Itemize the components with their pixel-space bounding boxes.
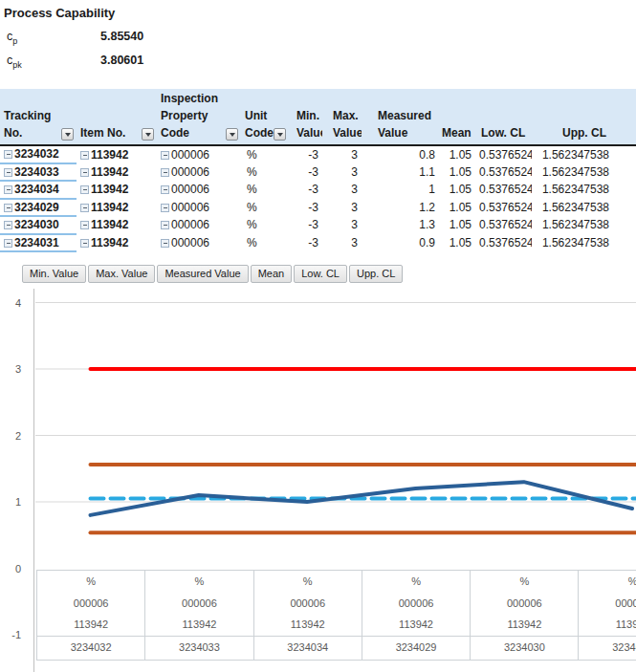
collapse-minus-icon[interactable]	[4, 150, 12, 159]
x-axis-category-column: %0000061139423234034	[254, 571, 362, 660]
collapse-minus-icon[interactable]	[161, 221, 169, 229]
x-label-tracking-no: 3234033	[145, 636, 252, 660]
col-header-upp-cl: Upp. CL	[532, 89, 636, 145]
x-label-property-code: 000006	[145, 593, 252, 614]
collapse-minus-icon[interactable]	[80, 221, 89, 229]
process-capability-chart: 43210-1%0000061139423234032%000006113942…	[0, 287, 636, 672]
x-label-tracking-no: 3234034	[254, 636, 362, 660]
cell-measured-value: 0.9	[362, 234, 439, 252]
cell-item-no: 113942	[77, 234, 157, 252]
collapse-minus-icon[interactable]	[80, 239, 89, 248]
table-row: 3234032113942000006%-330.81.050.53765246…	[0, 145, 636, 163]
cpk-value: 3.80601	[100, 54, 143, 67]
collapse-minus-icon[interactable]	[161, 239, 169, 248]
cell-measured-value: 1.3	[362, 216, 439, 234]
cell-inspection-property-code: 000006	[157, 163, 241, 182]
col-header-tracking-no: Tracking No.	[0, 89, 77, 145]
filter-dropdown-icon[interactable]	[226, 128, 238, 141]
col-header-max-value: Max. Value	[322, 89, 362, 145]
col-header-mean: Mean	[439, 89, 475, 145]
cell-upp-cl: 1.562347538	[532, 145, 636, 163]
y-axis-tick-label: 2	[0, 429, 21, 443]
cell-upp-cl: 1.562347538	[532, 216, 636, 234]
y-axis-tick-label: -1	[0, 628, 21, 641]
cell-low-cl: 0.537652462	[475, 199, 532, 217]
x-label-unit-code: %	[254, 571, 362, 593]
table-body: 3234032113942000006%-330.81.050.53765246…	[0, 145, 636, 251]
filter-dropdown-icon[interactable]	[142, 128, 154, 141]
x-label-unit-code: %	[37, 571, 144, 593]
y-axis-tick-label: 0	[0, 562, 21, 575]
x-label-item-no: 113942	[362, 614, 470, 636]
cell-max-value: 3	[322, 181, 362, 199]
collapse-minus-icon[interactable]	[161, 151, 169, 160]
cell-upp-cl: 1.562347538	[532, 234, 636, 252]
measurements-table: Tracking No. Item No. Inspection Propert…	[0, 89, 636, 252]
x-axis-category-column: %0000061139423234030	[471, 571, 579, 660]
cell-inspection-property-code: 000006	[157, 145, 241, 163]
x-label-item-no: 113942	[579, 614, 636, 636]
cell-upp-cl: 1.562347538	[532, 163, 636, 182]
col-header-low-cl: Low. CL	[475, 89, 532, 145]
collapse-minus-icon[interactable]	[4, 185, 12, 194]
col-header-inspection-property-code: Inspection Property Code	[157, 89, 241, 145]
cell-mean: 1.05	[439, 199, 475, 217]
cell-min-value: -3	[289, 181, 322, 199]
cell-item-no: 113942	[77, 216, 157, 234]
legend-button-upp-cl[interactable]: Upp. CL	[349, 265, 403, 283]
col-header-item-no: Item No.	[77, 89, 157, 145]
table-row: 3234034113942000006%-3311.050.5376524621…	[0, 181, 636, 199]
cell-max-value: 3	[322, 216, 362, 234]
cpk-label: cpk	[4, 54, 100, 70]
cell-min-value: -3	[289, 199, 322, 217]
cell-upp-cl: 1.562347538	[532, 181, 636, 199]
filter-dropdown-icon[interactable]	[274, 128, 286, 141]
filter-dropdown-icon[interactable]	[61, 128, 74, 141]
cell-unit-code: %	[241, 216, 289, 234]
cp-metric-row: cp5.85540	[4, 30, 636, 49]
cell-mean: 1.05	[439, 234, 475, 252]
collapse-minus-icon[interactable]	[4, 239, 12, 248]
cell-unit-code: %	[241, 181, 289, 199]
cell-min-value: -3	[289, 234, 322, 252]
collapse-minus-icon[interactable]	[80, 151, 89, 160]
cell-inspection-property-code: 000006	[157, 181, 241, 199]
chart-series-toggle-bar: Min. ValueMax. ValueMeasured ValueMeanLo…	[22, 264, 405, 283]
legend-button-mean[interactable]: Mean	[251, 265, 293, 283]
x-label-unit-code: %	[362, 571, 470, 593]
col-header-unit-code: Unit Code	[241, 89, 289, 145]
x-label-unit-code: %	[471, 571, 578, 593]
table-row: 3234033113942000006%-331.11.050.53765246…	[0, 163, 636, 182]
cell-unit-code: %	[241, 234, 289, 252]
report-header: Process Capability cp5.85540 cpk3.80601	[0, 0, 636, 89]
collapse-minus-icon[interactable]	[80, 185, 89, 194]
cp-value: 5.85540	[100, 30, 143, 43]
cell-measured-value: 1	[362, 181, 439, 199]
cell-inspection-property-code: 000006	[157, 199, 241, 217]
collapse-minus-icon[interactable]	[161, 204, 169, 212]
cell-measured-value: 1.1	[362, 163, 439, 182]
cell-mean: 1.05	[439, 163, 475, 182]
collapse-minus-icon[interactable]	[161, 185, 169, 194]
collapse-minus-icon[interactable]	[4, 221, 12, 229]
collapse-minus-icon[interactable]	[4, 168, 12, 177]
collapse-minus-icon[interactable]	[80, 204, 89, 212]
legend-button-max-value[interactable]: Max. Value	[88, 265, 155, 283]
cell-tracking-no: 3234033	[0, 163, 77, 182]
legend-button-min-value[interactable]: Min. Value	[22, 265, 86, 283]
collapse-minus-icon[interactable]	[80, 168, 89, 177]
cell-low-cl: 0.537652462	[475, 216, 532, 234]
cell-tracking-no: 3234029	[0, 199, 77, 217]
cell-max-value: 3	[322, 145, 362, 163]
collapse-minus-icon[interactable]	[161, 168, 169, 177]
cell-inspection-property-code: 000006	[157, 216, 241, 234]
x-label-property-code: 000006	[362, 593, 470, 614]
cell-upp-cl: 1.562347538	[532, 199, 636, 217]
legend-button-measured-value[interactable]: Measured Value	[157, 265, 248, 283]
x-axis-category-column: %0000061139423234033	[145, 571, 253, 660]
legend-button-low-cl[interactable]: Low. CL	[294, 265, 347, 283]
cell-mean: 1.05	[439, 181, 475, 199]
cell-unit-code: %	[241, 199, 289, 217]
collapse-minus-icon[interactable]	[4, 204, 12, 212]
col-header-measured-value: Measured Value	[362, 89, 439, 145]
